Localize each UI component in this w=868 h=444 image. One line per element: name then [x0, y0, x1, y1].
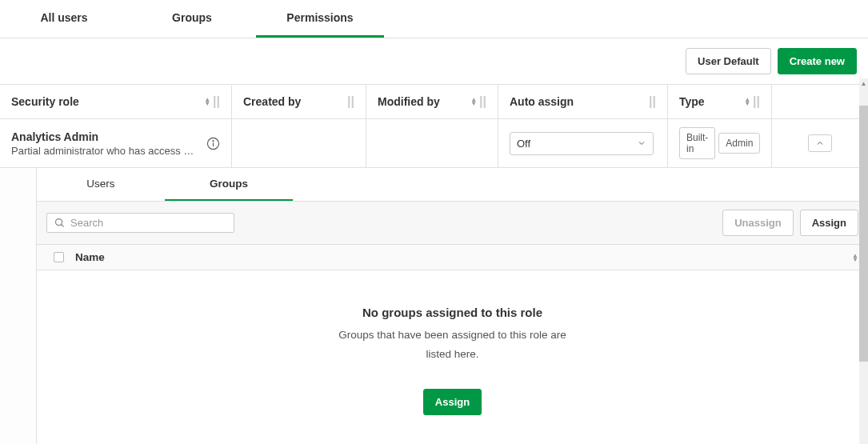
col-security-role-label: Security role	[11, 95, 79, 108]
expand-cell	[772, 119, 868, 167]
type-tag: Admin	[718, 133, 760, 154]
svg-line-4	[62, 225, 64, 227]
assign-button[interactable]: Assign	[800, 210, 858, 236]
roles-grid-header: Security role ▲▼ || Created by || Modifi…	[0, 85, 868, 119]
search-input[interactable]	[70, 217, 227, 229]
empty-desc-line: Groups that have been assigned to this r…	[53, 327, 852, 343]
role-name: Analytics Admin	[11, 130, 206, 143]
created-by-cell	[232, 119, 366, 167]
col-modified-by-label: Modified by	[378, 95, 440, 108]
groups-grid-header: Name ▲▼	[37, 245, 868, 270]
svg-point-2	[213, 140, 214, 141]
top-tabs: All users Groups Permissions	[0, 0, 868, 38]
auto-assign-value: Off	[517, 138, 530, 150]
col-modified-by[interactable]: Modified by ▲▼ ||	[366, 85, 498, 118]
col-security-role[interactable]: Security role ▲▼ ||	[0, 85, 232, 118]
auto-assign-cell: Off	[498, 119, 668, 167]
detail-toolbar: Unassign Assign	[37, 202, 868, 245]
pagination: Rows per page: 5 0-0 of 0	[37, 439, 868, 445]
sort-icon: ▲▼	[470, 98, 477, 106]
empty-title: No groups assigned to this role	[53, 306, 852, 319]
create-new-button[interactable]: Create new	[778, 48, 857, 74]
sort-icon: ▲▼	[744, 98, 750, 106]
empty-assign-button[interactable]: Assign	[423, 389, 482, 415]
role-cell: Analytics Admin Partial administrator wh…	[0, 119, 232, 167]
subtab-groups[interactable]: Groups	[165, 168, 293, 201]
info-icon[interactable]	[206, 137, 220, 150]
select-all-checkbox[interactable]	[46, 252, 70, 262]
col-created-by-label: Created by	[243, 95, 301, 108]
user-default-button[interactable]: User Default	[686, 48, 771, 74]
chevron-up-icon	[815, 138, 825, 148]
sort-icon: ▲▼	[852, 254, 858, 262]
type-tag: Built-in	[679, 127, 715, 159]
col-name[interactable]: Name	[70, 251, 852, 263]
vertical-scrollbar[interactable]: ▲	[859, 78, 868, 444]
scroll-up-icon: ▲	[859, 78, 868, 88]
tab-groups[interactable]: Groups	[128, 0, 256, 38]
col-auto-assign-label: Auto assign	[510, 95, 574, 108]
detail-tabs: Users Groups	[37, 168, 868, 202]
tab-all-users[interactable]: All users	[0, 0, 128, 38]
column-divider-icon: ||	[479, 94, 486, 109]
chevron-down-icon	[637, 138, 646, 148]
tab-permissions[interactable]: Permissions	[256, 0, 384, 38]
scrollbar-thumb[interactable]	[859, 106, 868, 362]
col-created-by[interactable]: Created by ||	[232, 85, 366, 118]
action-bar: User Default Create new	[0, 38, 868, 85]
column-divider-icon: ||	[213, 94, 220, 109]
sort-icon: ▲▼	[204, 98, 210, 106]
role-row[interactable]: Analytics Admin Partial administrator wh…	[0, 119, 868, 168]
search-field-wrap	[46, 213, 234, 233]
auto-assign-select[interactable]: Off	[510, 132, 654, 155]
column-divider-icon: ||	[649, 94, 656, 109]
role-detail-panel: Users Groups Unassign Assign Name ▲▼	[0, 168, 868, 444]
col-type[interactable]: Type ▲▼ ||	[668, 85, 772, 118]
role-description: Partial administrator who has access t…	[11, 145, 195, 157]
unassign-button[interactable]: Unassign	[722, 210, 794, 236]
detail-indent	[0, 168, 37, 444]
collapse-button[interactable]	[808, 134, 832, 152]
col-auto-assign[interactable]: Auto assign ||	[498, 85, 668, 118]
col-type-label: Type	[679, 95, 705, 108]
subtab-users[interactable]: Users	[37, 168, 165, 201]
column-divider-icon: ||	[347, 94, 354, 109]
detail-body: Users Groups Unassign Assign Name ▲▼	[37, 168, 868, 444]
svg-point-3	[56, 219, 62, 226]
column-divider-icon: ||	[753, 94, 760, 109]
col-expander	[772, 85, 868, 118]
empty-desc-line: listed here.	[53, 346, 852, 362]
empty-groups-state: No groups assigned to this role Groups t…	[37, 270, 868, 439]
modified-by-cell	[366, 119, 498, 167]
search-icon	[54, 217, 66, 229]
type-cell: Built-in Admin	[668, 119, 772, 167]
